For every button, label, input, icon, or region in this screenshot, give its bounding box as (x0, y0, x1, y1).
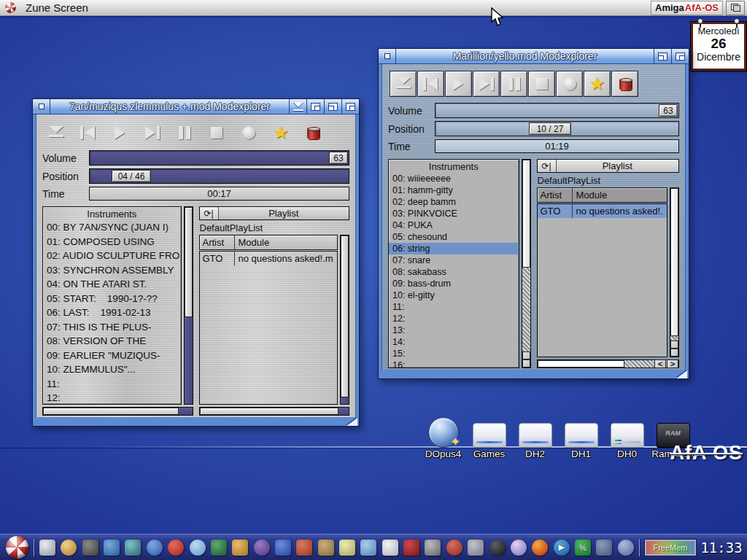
artist-column-header[interactable]: Artist (538, 188, 573, 202)
scrollbar-thumb[interactable] (341, 236, 349, 397)
screen-titlebar[interactable]: Zune Screen Amiga AfA-OS (0, 0, 747, 16)
scrollbar-thumb[interactable] (522, 160, 530, 268)
lifebuoy-icon[interactable] (168, 540, 184, 556)
instrument-row[interactable]: 06: string (389, 243, 519, 254)
titlebar[interactable]: 7an/muziqus zlemmulus +.mod Modexplorer (33, 99, 359, 114)
instrument-row[interactable]: 04: PUKA (389, 219, 519, 231)
stop-button[interactable] (204, 121, 229, 144)
artist-column-header[interactable]: Artist (200, 236, 235, 249)
next-button[interactable] (473, 71, 500, 97)
puzzle-icon[interactable] (275, 540, 291, 556)
instrument-row[interactable]: 12: (389, 313, 519, 324)
playlist-vscrollbar[interactable] (340, 235, 349, 405)
volume-knob[interactable]: 63 (329, 152, 348, 164)
playlist-hscrollbar[interactable] (199, 407, 350, 416)
resize-handle[interactable] (347, 418, 357, 426)
playlist-row[interactable]: GTOno questions asked!.m (200, 252, 338, 265)
instrument-row[interactable]: 10: el-gitty (389, 289, 519, 301)
scroll-left-button[interactable]: < (654, 359, 666, 368)
playlist-hscrollbar[interactable]: < > (537, 359, 680, 368)
media-play-icon[interactable]: ▶ (554, 540, 570, 556)
paint-hand-icon[interactable] (232, 540, 248, 556)
instrument-row[interactable]: 08: sakabass (389, 266, 519, 278)
titlebar[interactable]: Marillion/yello.mod Modexplorer (379, 49, 689, 64)
next-button[interactable] (140, 121, 165, 144)
close-button[interactable] (33, 99, 50, 114)
instrument-row[interactable]: 14: (389, 336, 519, 348)
instrument-row[interactable]: 09: bass-drum (389, 278, 519, 289)
instrument-row[interactable]: 02: AUDIO SCULPTURE FRO (43, 249, 181, 263)
folder-red-icon[interactable] (403, 540, 419, 556)
eye-window-icon[interactable] (596, 540, 612, 556)
instrument-row[interactable]: 01: COMPOSED USING (43, 235, 181, 249)
scrollbar-thumb[interactable] (670, 188, 678, 336)
ball-red-icon[interactable] (446, 540, 462, 556)
instrument-row[interactable]: 09: EARLIER "MUZIQUS- (43, 349, 181, 363)
play-button[interactable] (445, 71, 472, 97)
instrument-row[interactable]: 12: (43, 391, 181, 404)
play-button[interactable] (108, 121, 133, 144)
eject-button[interactable] (390, 71, 417, 97)
archive-icon[interactable] (468, 540, 484, 556)
desktop-icon-dh1[interactable]: DH1 (558, 419, 604, 459)
instruments-hscrollbar[interactable] (42, 407, 193, 416)
instrument-row[interactable]: 03: SYNCHRON ASSEMBLY (43, 263, 181, 278)
instrument-row[interactable]: 05: START: 1990-1?-?? (43, 292, 181, 306)
boing-ball-menu-button[interactable] (6, 536, 28, 559)
volume-slider[interactable]: 63 (89, 150, 349, 166)
scanner-icon[interactable] (339, 540, 355, 556)
module-column-header[interactable]: Module (235, 236, 338, 249)
close-button[interactable] (379, 49, 396, 63)
instrument-row[interactable]: 05: chesound (389, 231, 519, 243)
module-column-header[interactable]: Module (573, 188, 667, 202)
playlist-vscrollbar[interactable] (670, 187, 679, 357)
prev-button[interactable] (76, 121, 101, 144)
volume-knob[interactable]: 63 (659, 104, 678, 117)
calculator-icon[interactable] (425, 540, 441, 556)
instrument-row[interactable]: 11: (43, 377, 181, 392)
scrollbar-thumb[interactable] (185, 207, 193, 317)
bomb-icon[interactable] (532, 540, 548, 556)
position-slider[interactable]: 10 / 27 (435, 121, 679, 136)
prev-button[interactable] (417, 71, 444, 97)
scrollbar-thumb[interactable] (538, 360, 625, 368)
delete-button[interactable] (611, 71, 638, 97)
favorite-button[interactable] (268, 121, 293, 144)
scrollbar-buttons[interactable] (522, 351, 530, 368)
cd-color-icon[interactable] (511, 540, 527, 556)
pause-button[interactable] (500, 71, 527, 97)
instrument-row[interactable]: 01: hamm-gitty (389, 184, 519, 196)
desktop-icon-games[interactable]: Games (466, 419, 512, 459)
cd-gold-icon[interactable] (61, 540, 77, 556)
desktop-icon-dh2[interactable]: DH2 (512, 419, 558, 459)
desktop-icon-dh0[interactable]: DH0 (604, 419, 650, 459)
instrument-row[interactable]: 04: ON THE ATARI ST. (43, 277, 181, 292)
zoom-button[interactable] (654, 49, 671, 63)
app-purple-icon[interactable] (254, 540, 270, 556)
instrument-row[interactable]: 16: (389, 359, 519, 368)
resize-handle[interactable] (676, 370, 687, 378)
depth-button[interactable] (671, 49, 689, 63)
desktop-icon-dopus4[interactable]: DOpus4 (420, 419, 466, 459)
position-slider[interactable]: 04 / 46 (89, 168, 349, 184)
position-knob[interactable]: 10 / 27 (529, 122, 571, 135)
delete-button[interactable] (301, 121, 325, 144)
clock-app-icon[interactable] (318, 540, 334, 556)
magnifier-icon[interactable] (190, 540, 206, 556)
instrument-row[interactable]: 15: (389, 348, 519, 359)
tv-palm-icon[interactable] (125, 540, 141, 556)
scrollbar-thumb[interactable] (43, 408, 179, 415)
percent-green-icon[interactable]: % (575, 540, 591, 556)
record-button[interactable] (556, 71, 583, 97)
instrument-row[interactable]: 06: LAST: 1991-02-13 (43, 306, 181, 320)
folder-dark-icon[interactable] (82, 540, 98, 556)
playlist-cycle-button[interactable]: ⟳| (200, 207, 219, 219)
globe-icon[interactable] (147, 540, 163, 556)
playlist-cycle-button[interactable]: ⟳| (538, 160, 557, 172)
toolbox-icon[interactable] (296, 540, 312, 556)
instrument-row[interactable]: 02: deep bamm (389, 196, 519, 208)
snapshot-button[interactable] (306, 99, 324, 114)
instrument-row[interactable]: 08: VERSION OF THE (43, 334, 181, 349)
instrument-row[interactable]: 00: BY 7AN/SYNC (JUAN I) (43, 220, 181, 235)
instrument-row[interactable]: 07: snare (389, 254, 519, 266)
